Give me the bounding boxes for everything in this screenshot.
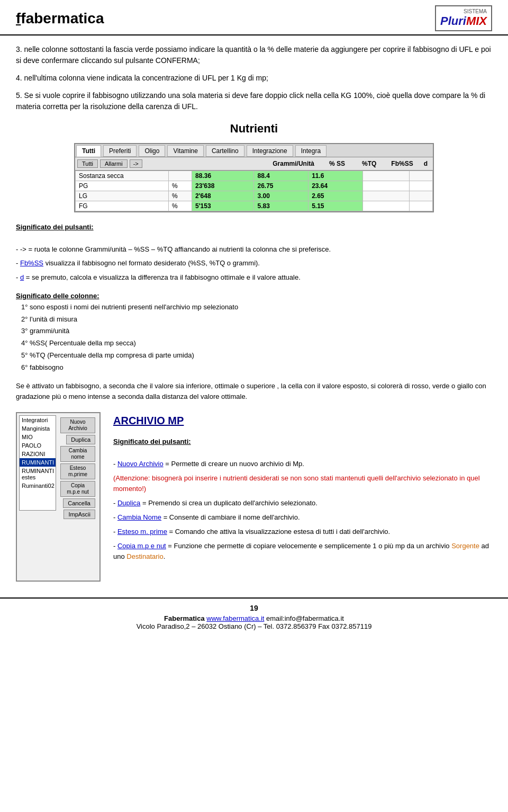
cell-name: LG [76,191,169,201]
cell-name: Sostanza secca [76,171,169,181]
archivio-list: Integratori Manginista MIO PAOLO RAZIONI… [19,415,56,511]
cell-fb [362,171,409,181]
tab-integrazione[interactable]: Integrazione [247,145,293,157]
cell-unit [169,171,192,181]
tab-oligo[interactable]: Oligo [139,145,165,157]
tab-preferiti[interactable]: Preferiti [103,145,137,157]
link-duplica[interactable]: Duplica [117,499,140,507]
cell-d [409,171,432,181]
table-row: LG % 2'648 3.00 2.65 [76,191,433,201]
cell-name: FG [76,201,169,211]
nutrienti-widget: Tutti Preferiti Oligo Vitamine Cartellin… [74,143,434,212]
main-content: 3. nelle colonne sottostanti la fascia v… [0,35,508,587]
archivio-cambia-item: - Cambia Nome = Consente di cambiare il … [113,512,492,523]
page-header: ffabermatica SISTEMA PluriMIX [0,0,508,35]
cell-d [409,181,432,191]
cell-unit: % [169,181,192,191]
cell-grammi: 23'638 [192,181,254,191]
fbss-link[interactable]: Fb%SS [20,259,43,267]
footer-website[interactable]: www.fabermatica.it [206,614,264,622]
cell-ss: 3.00 [254,191,309,201]
list-item-selected[interactable]: RUMINANTI [20,458,56,467]
list-item: 1° sono esposti i nomi dei nutrienti pre… [21,302,492,313]
significato-pulsanti-section: Significato dei pulsanti: - -> = ruota l… [16,222,492,283]
archivio-mp-title: ARCHIVIO MP [113,412,492,429]
archivio-significato-pulsanti: Significato dei pulsanti: - Nuovo Archiv… [113,436,492,563]
list-item[interactable]: PAOLO [20,441,56,450]
btn-duplica[interactable]: Duplica [66,435,95,444]
list-item: 6° fabbisogno [21,362,492,373]
nutrienti-table: Sostanza secca 88.36 88.4 11.6 PG % 23'6… [75,171,433,211]
cell-tq: 5.15 [309,201,363,211]
archivio-buttons: NuovoArchivio Duplica Cambianome Estesom… [58,415,97,521]
archivio-copia-item: - Copia m.p e nut = Funzione che permett… [113,541,492,563]
tab-integra[interactable]: Integra [295,145,326,157]
btn-nuovo-archivio[interactable]: NuovoArchivio [60,417,95,433]
link-nuovo-archivio[interactable]: Nuovo Archivio [117,460,164,468]
archivio-section: Integratori Manginista MIO PAOLO RAZIONI… [16,412,492,582]
col-d-header: d [421,159,431,168]
link-esteso-mprime[interactable]: Esteso m. prime [117,528,167,536]
btn-cambia-nome[interactable]: Cambianome [60,446,95,462]
footer-company-line: Fabermatica www.fabermatica.it email:inf… [16,614,492,622]
list-item[interactable]: RAZIONI [20,450,56,458]
cell-d [409,201,432,211]
col-fbss-header: Fb%SS [386,159,418,168]
archivio-right: ARCHIVIO MP Significato dei pulsanti: - … [113,412,492,570]
tab-vitamine[interactable]: Vitamine [167,145,203,157]
btn-allarmi[interactable]: Allarmi [100,159,128,168]
btn-copia-mpnut[interactable]: Copiam.p.e nut [60,481,95,497]
archivio-warning-item: (Attenzione: bisognerà poi inserire i nu… [113,473,492,495]
btn-arrow[interactable]: -> [130,159,142,168]
significato-colonne-title: Significato delle colonne: [16,292,99,300]
cell-fb [362,201,409,211]
nutrienti-tabs-row1: Tutti Preferiti Oligo Vitamine Cartellin… [75,144,433,157]
paragraph-3: 3. nelle colonne sottostanti la fascia v… [16,44,492,66]
link-cambia-nome[interactable]: Cambia Nome [117,513,161,521]
table-row: Sostanza secca 88.36 88.4 11.6 [76,171,433,181]
sorgente-text: Sorgente [451,542,479,550]
significato-fbss-item: - Fb%SS visualizza il fabbisogno nel for… [16,258,492,269]
cell-d [409,191,432,201]
btn-imp-ascii[interactable]: ImpAscii [64,510,95,519]
list-item: 5° %TQ (Percentuale della mp compresa di… [21,350,492,361]
archivio-esteso-item: - Esteso m. prime = Comando che attiva l… [113,527,492,538]
btn-esteso-mprime[interactable]: Estesom.prime [60,463,95,479]
cell-fb [362,191,409,201]
d-prefix: - [16,273,20,281]
significato-pulsanti-title: Significato dei pulsanti: [16,223,94,231]
mix-text: MIX [466,14,487,28]
col-tq-header: %TQ [355,159,384,168]
cell-grammi: 2'648 [192,191,254,201]
link-copia-mpnut[interactable]: Copia m.p e nut [117,542,166,550]
cell-fb [362,181,409,191]
cell-grammi: 5'153 [192,201,254,211]
nutrienti-tabs-row2: Tutti Allarmi -> Grammi/Unità % SS %TQ F… [75,157,433,171]
tab-cartellino[interactable]: Cartellino [206,145,244,157]
fbss-prefix: - [16,259,20,267]
archivio-significato-title: Significato dei pulsanti: [113,438,191,445]
list-item[interactable]: Integratori [20,416,56,424]
pluri-text: Pluri [440,14,466,28]
list-item[interactable]: Manginista [20,424,56,433]
btn-cancella[interactable]: Cancella [63,498,95,508]
footer-email: email:info@fabermatica.it [266,614,344,622]
cell-unit: % [169,201,192,211]
list-item: 2° l'unità di misura [21,314,492,325]
cell-name: PG [76,181,169,191]
archivio-duplica-item: - Duplica = Premendo si crea un duplicat… [113,498,492,509]
page-footer: 19 Fabermatica www.fabermatica.it email:… [0,597,508,636]
cell-tq: 2.65 [309,191,363,201]
list-item[interactable]: Ruminanti02 [20,481,56,490]
significato-d-item: - d = se premuto, calcola e visualizza l… [16,272,492,283]
list-item[interactable]: RUMINANTI estes [20,467,56,481]
significato-colonne-section: Significato delle colonne: 1° sono espos… [16,291,492,373]
tab-tutti[interactable]: Tutti [76,145,101,157]
cell-ss: 88.4 [254,171,309,181]
footer-address: Vicolo Paradiso,2 – 26032 Ostiano (Cr) –… [16,622,492,630]
cell-unit: % [169,191,192,201]
btn-tutti-small[interactable]: Tutti [77,159,98,168]
list-item[interactable]: MIO [20,433,56,441]
archivio-widget: Integratori Manginista MIO PAOLO RAZIONI… [16,412,101,582]
archivio-nuovo-item: - Nuovo Archivio = Permette di creare un… [113,459,492,470]
